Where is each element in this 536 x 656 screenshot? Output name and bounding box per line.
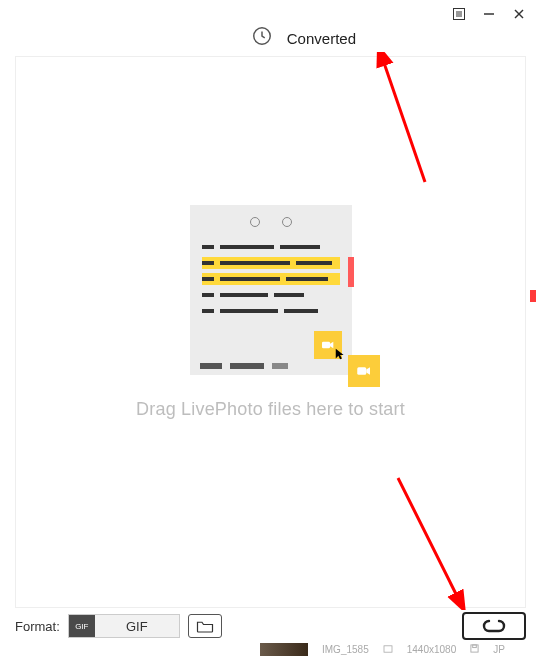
drop-area[interactable]: Drag LivePhoto files here to start — [15, 56, 526, 608]
format-label: Format: — [15, 619, 60, 634]
header: Converted — [0, 24, 536, 52]
converted-tab[interactable]: Converted — [287, 30, 356, 47]
svg-rect-10 — [384, 646, 392, 652]
red-marker — [530, 290, 536, 302]
resolution-icon — [383, 645, 393, 653]
thumbnail — [260, 643, 308, 656]
bg-filename: IMG_1585 — [322, 644, 369, 655]
convert-button[interactable] — [462, 612, 526, 640]
titlebar — [0, 0, 536, 24]
bg-resolution: 1440x1080 — [407, 644, 457, 655]
camera-icon — [348, 355, 380, 387]
history-icon[interactable] — [251, 25, 273, 51]
disk-icon — [470, 644, 479, 655]
svg-rect-12 — [473, 644, 477, 647]
bg-ext: JP — [493, 644, 505, 655]
minimize-button[interactable] — [480, 5, 498, 23]
svg-rect-9 — [357, 367, 366, 375]
svg-rect-11 — [471, 644, 478, 651]
svg-rect-8 — [322, 341, 330, 348]
dropzone-illustration — [190, 205, 352, 375]
menu-icon[interactable] — [450, 5, 468, 23]
background-list-row: IMG_1585 1440x1080 JP — [260, 642, 536, 656]
drop-instruction: Drag LivePhoto files here to start — [136, 399, 405, 420]
bottom-bar: Format: GIF GIF — [15, 612, 526, 640]
output-folder-button[interactable] — [188, 614, 222, 638]
close-button[interactable] — [510, 5, 528, 23]
cursor-icon — [334, 347, 348, 365]
format-badge: GIF — [69, 615, 95, 637]
format-value: GIF — [95, 615, 179, 637]
format-select[interactable]: GIF GIF — [68, 614, 180, 638]
